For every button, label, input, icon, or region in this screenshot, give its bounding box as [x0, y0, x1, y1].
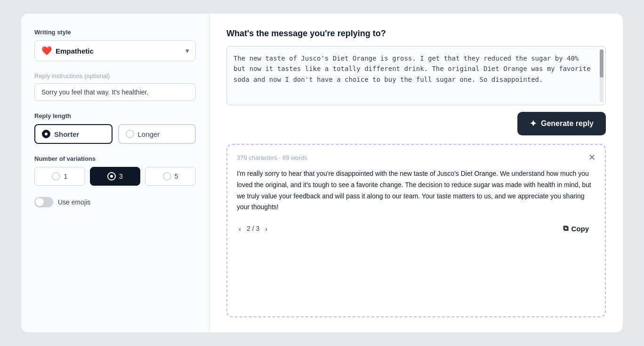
- generate-row: ✦ Generate reply: [226, 112, 606, 135]
- toggle-thumb: [35, 198, 44, 206]
- style-selected-label: Empathetic: [56, 47, 94, 55]
- right-title: What's the message you're replying to?: [226, 29, 606, 39]
- emoji-toggle[interactable]: [34, 197, 53, 207]
- scrollbar-track: [600, 49, 604, 102]
- variation-3-label: 3: [119, 173, 123, 180]
- result-footer: ‹ 2 / 3 › ⧉ Copy: [237, 221, 596, 236]
- variation-5-label: 5: [175, 173, 178, 180]
- shorter-radio: [42, 130, 50, 138]
- scrollbar-thumb: [600, 49, 604, 78]
- page-total: 3: [256, 225, 259, 232]
- close-result-button[interactable]: ✕: [588, 153, 596, 162]
- result-card: 379 characters · 69 words ✕ I'm really s…: [226, 144, 606, 317]
- variation-1-button[interactable]: 1: [34, 167, 85, 186]
- emoji-row: Use emojis: [34, 197, 196, 207]
- shorter-label: Shorter: [54, 130, 79, 138]
- prev-page-button[interactable]: ‹: [237, 224, 243, 234]
- message-textarea[interactable]: [227, 47, 605, 103]
- variation-3-radio: [107, 172, 116, 181]
- reply-instructions-input[interactable]: [34, 83, 196, 101]
- instructions-label: Reply instructions (optional): [34, 72, 196, 79]
- variation-options: 1 3 5: [34, 167, 196, 186]
- generate-label: Generate reply: [541, 119, 594, 128]
- copy-button[interactable]: ⧉ Copy: [556, 221, 596, 236]
- emoji-label: Use emojis: [58, 198, 90, 206]
- main-card: Writing style ❤️ Empathetic ▾ Reply inst…: [21, 13, 623, 333]
- writing-style-label: Writing style: [34, 29, 196, 36]
- variation-1-label: 1: [64, 173, 67, 180]
- page-current: 2: [247, 225, 250, 232]
- sparkle-icon: ✦: [530, 118, 537, 129]
- right-panel: What's the message you're replying to? ✦…: [209, 14, 623, 332]
- reply-length-label: Reply length: [34, 112, 196, 119]
- style-select-left: ❤️ Empathetic: [41, 46, 94, 56]
- variations-label: Number of variations: [34, 155, 196, 162]
- message-input-wrap: [226, 46, 606, 105]
- variation-1-radio: [52, 172, 60, 181]
- variation-5-radio: [163, 172, 171, 181]
- variation-3-button[interactable]: 3: [90, 167, 141, 186]
- heart-icon: ❤️: [41, 46, 52, 56]
- char-count: 379 characters · 69 words: [237, 154, 307, 161]
- result-text: I'm really sorry to hear that you're dis…: [237, 168, 596, 213]
- result-header: 379 characters · 69 words ✕: [237, 153, 596, 162]
- longer-label: Longer: [138, 130, 160, 138]
- length-shorter-button[interactable]: Shorter: [34, 124, 113, 144]
- next-page-button[interactable]: ›: [263, 224, 269, 234]
- length-options: Shorter Longer: [34, 124, 196, 144]
- page-indicator: 2 / 3: [247, 225, 259, 232]
- style-select-dropdown[interactable]: ❤️ Empathetic ▾: [34, 40, 196, 61]
- chevron-down-icon: ▾: [185, 47, 189, 55]
- variation-5-button[interactable]: 5: [145, 167, 196, 186]
- pagination: ‹ 2 / 3 ›: [237, 224, 269, 234]
- longer-radio: [126, 130, 134, 138]
- copy-label: Copy: [572, 225, 589, 233]
- copy-icon: ⧉: [563, 224, 568, 233]
- generate-reply-button[interactable]: ✦ Generate reply: [517, 112, 606, 135]
- length-longer-button[interactable]: Longer: [118, 124, 196, 144]
- left-panel: Writing style ❤️ Empathetic ▾ Reply inst…: [21, 14, 209, 332]
